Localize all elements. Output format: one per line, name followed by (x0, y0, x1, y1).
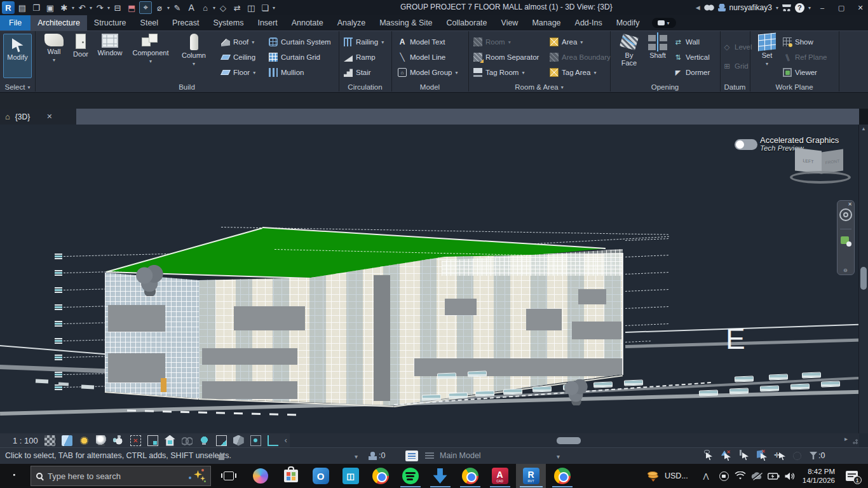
task-view-button[interactable] (214, 464, 243, 488)
model-text-button[interactable]: AModel Text (398, 35, 445, 49)
show-button[interactable]: Show (783, 35, 813, 49)
car[interactable] (468, 370, 487, 377)
reveal-hidden-icon[interactable] (199, 435, 210, 446)
shadows-icon[interactable] (96, 435, 107, 446)
help-caret-icon[interactable]: ▾ (808, 5, 811, 11)
undo-caret-icon[interactable]: ▾ (90, 5, 92, 11)
viewer-button[interactable]: Viewer (783, 65, 817, 79)
autocad-button[interactable]: ACAD (485, 464, 515, 488)
help-icon[interactable]: ? (795, 3, 804, 13)
level-line[interactable] (625, 289, 668, 292)
level-head-icon[interactable] (55, 270, 62, 276)
level-line[interactable] (625, 323, 668, 326)
crop-view-icon[interactable]: ✕ (130, 435, 141, 446)
zoom-icon[interactable] (841, 236, 849, 244)
tab-manage[interactable]: Manage (525, 15, 567, 30)
component-button[interactable]: Component▾ (130, 34, 171, 65)
level-head-icon[interactable] (55, 338, 62, 344)
clock[interactable]: 8:42 PM 14/1/2026 (798, 467, 835, 485)
modify-button[interactable]: Modify (3, 34, 32, 78)
toolbox-app-button[interactable]: ◫ (336, 464, 365, 488)
car[interactable] (699, 390, 718, 396)
dimension-icon[interactable]: ⌀ (153, 1, 166, 14)
view-caret-icon[interactable]: ▾ (213, 5, 215, 11)
viewcube-left-face[interactable]: LEFT (795, 147, 822, 173)
locked-view-icon[interactable] (165, 435, 175, 446)
level-head-icon[interactable] (55, 304, 62, 310)
tray-expand-icon[interactable]: ⋀ (698, 464, 714, 488)
room-separator-button[interactable]: Room Separator (473, 50, 539, 64)
window-button[interactable]: Window (93, 34, 126, 57)
spotify-button[interactable] (395, 464, 425, 488)
worksets-icon[interactable] (405, 451, 418, 461)
download-manager-button[interactable] (425, 464, 455, 488)
car[interactable] (729, 388, 749, 394)
save-icon[interactable]: ▣ (44, 1, 57, 14)
tab-modify[interactable]: Modify (609, 15, 647, 30)
section-icon[interactable]: ◇ (217, 1, 229, 14)
horizontal-scrollbar[interactable]: ▸ (290, 433, 859, 447)
store-button[interactable] (276, 464, 306, 488)
battery-icon[interactable] (765, 464, 782, 488)
tab-analyze[interactable]: Analyze (330, 15, 372, 30)
road-band[interactable] (625, 338, 868, 348)
ref-plane-button[interactable]: ∥Ref Plane (783, 50, 827, 64)
car[interactable] (821, 381, 840, 387)
roof-button[interactable]: Roof▾ (221, 35, 254, 49)
render-icon[interactable] (113, 435, 124, 446)
collapse-search-icon[interactable]: ◀ (696, 4, 700, 11)
curtain-system-button[interactable]: Curtain System (269, 35, 331, 49)
close-view-icon[interactable]: ✕ (46, 112, 52, 121)
level-head-icon[interactable] (55, 287, 62, 293)
wifi-icon[interactable] (732, 464, 749, 488)
elevation-marker[interactable]: E (726, 322, 745, 356)
resize-grip[interactable] (851, 439, 858, 445)
redo-caret-icon[interactable]: ▾ (107, 5, 110, 11)
hide-isolate-icon[interactable] (182, 435, 193, 446)
panel-label-room-area[interactable]: Room & Area▾ (468, 81, 610, 93)
shaft-button[interactable]: Shaft (644, 34, 671, 59)
level-line[interactable] (625, 341, 651, 342)
scale-button[interactable]: 1 : 100 (13, 436, 38, 445)
analytical-model-icon[interactable] (233, 435, 244, 446)
vertical-scroll-thumb[interactable] (860, 267, 867, 290)
revit-logo-icon[interactable]: R (2, 1, 15, 14)
car[interactable] (422, 394, 441, 400)
qat-caret-icon[interactable]: ▾ (273, 5, 275, 11)
search-box[interactable]: Type here to search (31, 466, 211, 486)
meet-now-icon[interactable] (715, 464, 732, 488)
curtain-grid-button[interactable]: Curtain Grid (269, 50, 320, 64)
tag-room-button[interactable]: Tag Room▾ (473, 65, 524, 79)
navbar-caret-icon[interactable]: ⊖ (843, 268, 848, 273)
topo-line[interactable] (0, 345, 105, 355)
tab-steel[interactable]: Steel (133, 15, 166, 30)
workset-dialog-icon[interactable] (423, 451, 436, 461)
redo-icon[interactable]: ↷ (93, 1, 106, 14)
crop-region-icon[interactable] (147, 435, 158, 446)
user-caret-icon[interactable]: ▾ (776, 5, 778, 11)
home-icon[interactable]: ⌂ (5, 112, 10, 121)
filter-icon[interactable] (810, 452, 817, 459)
viewcube[interactable]: LEFT FRONT (790, 147, 853, 185)
viewcube-compass-ring[interactable] (790, 171, 851, 184)
tab-addins[interactable]: Add-Ins (568, 15, 609, 30)
ribbon-display-toggle[interactable]: ▾ (652, 18, 676, 28)
viewcube-front-face[interactable]: FRONT (822, 149, 843, 174)
tree[interactable] (136, 264, 164, 296)
viewbar-collapse-icon[interactable]: ‹ (285, 436, 287, 445)
print-icon[interactable]: ⊟ (111, 1, 124, 14)
car[interactable] (532, 386, 552, 392)
onedrive-paused-icon[interactable] (749, 464, 765, 488)
level-button[interactable]: ◇Level (722, 40, 752, 54)
panel-label-select[interactable]: Select▾ (0, 81, 35, 93)
model-line-button[interactable]: ╲Model Line (398, 50, 445, 64)
temp-view-properties-icon[interactable] (216, 435, 227, 446)
detail-level-icon[interactable] (44, 435, 55, 446)
level-head-icon[interactable] (55, 254, 62, 259)
tab-insert[interactable]: Insert (250, 15, 284, 30)
chrome-button[interactable] (365, 464, 395, 488)
displacement-icon[interactable] (250, 435, 261, 446)
user-avatar-icon[interactable] (718, 4, 726, 11)
reveal-constraints-icon[interactable] (268, 435, 278, 446)
tab-systems[interactable]: Systems (206, 15, 250, 30)
